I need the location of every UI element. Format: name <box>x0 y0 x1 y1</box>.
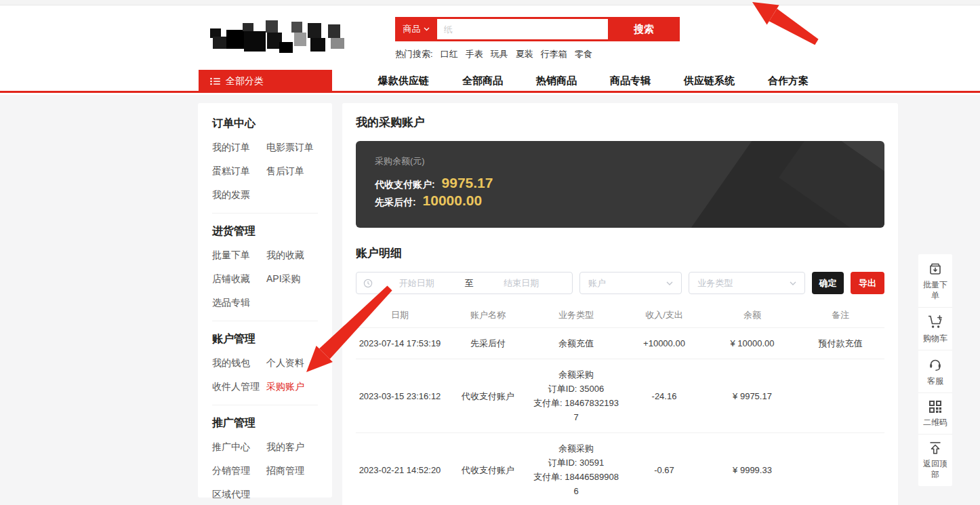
sidebar: 订单中心 我的订单 电影票订单 蛋糕订单 售后订单 我的发票 进货管理 批量下单… <box>198 103 332 498</box>
sidebar-item-distribution[interactable]: 分销管理 <box>212 464 266 477</box>
cell-balance: ¥ 9975.17 <box>708 389 796 403</box>
search-category-dropdown[interactable]: 商品 <box>395 17 437 41</box>
sidebar-item-selection-albums[interactable]: 选品专辑 <box>212 296 266 308</box>
list-icon <box>210 77 220 85</box>
col-header-note: 备注 <box>796 309 884 321</box>
search-button[interactable]: 搜索 <box>608 17 680 41</box>
cell-type-line: 余额采购 <box>532 367 620 382</box>
col-header-account: 账户名称 <box>444 309 532 321</box>
sidebar-item-my-favorites[interactable]: 我的收藏 <box>266 249 321 261</box>
float-cart-button[interactable]: 购物车 <box>918 307 952 350</box>
filter-row: 至 账户 业务类型 确定 导出 <box>356 272 884 294</box>
cell-note: 预付款充值 <box>796 336 884 350</box>
qrcode-icon <box>928 400 942 413</box>
account-detail-table: 日期 账户名称 业务类型 收入/支出 余额 备注 2023-07-14 17:5… <box>356 302 884 505</box>
export-button[interactable]: 导出 <box>851 272 884 294</box>
sidebar-item-batch-order[interactable]: 批量下单 <box>212 249 266 261</box>
search-input[interactable] <box>437 19 608 39</box>
hot-search-term[interactable]: 行李箱 <box>541 48 567 60</box>
nav-item-all-products[interactable]: 全部商品 <box>462 70 503 93</box>
account-detail-title: 账户明细 <box>356 245 884 261</box>
hot-search-term[interactable]: 零食 <box>575 48 592 60</box>
nav-item-cooperation[interactable]: 合作方案 <box>768 70 809 93</box>
main-panel: 我的采购账户 采购余额(元) 代收支付账户: 9975.17 先采后付: 100… <box>342 103 898 505</box>
float-toolbar: 批量下单 购物车 客服 二维码 返回顶部 <box>918 254 952 486</box>
float-back-to-top-label: 返回顶部 <box>922 458 949 480</box>
clock-icon <box>363 279 373 288</box>
date-range-separator: 至 <box>461 277 478 289</box>
nav-item-product-albums[interactable]: 商品专辑 <box>610 70 651 93</box>
sidebar-item-promotion-center[interactable]: 推广中心 <box>212 441 266 453</box>
sidebar-item-regional-agent[interactable]: 区域代理 <box>212 488 266 500</box>
float-qrcode-button[interactable]: 二维码 <box>918 392 952 434</box>
business-type-select[interactable]: 业务类型 <box>689 272 804 294</box>
account-select[interactable]: 账户 <box>579 272 682 294</box>
collection-account-label: 代收支付账户: <box>375 179 435 190</box>
cell-balance: ¥ 10000.00 <box>708 336 796 350</box>
cell-account: 先采后付 <box>444 336 532 350</box>
cell-type-line: 支付单: 18467832193 <box>532 396 620 410</box>
date-range-picker[interactable]: 至 <box>356 272 573 294</box>
cart-icon <box>927 315 943 329</box>
batch-order-icon <box>928 261 943 276</box>
sidebar-item-movie-orders[interactable]: 电影票订单 <box>266 141 321 153</box>
cell-type-line: 支付单: 18446589908 <box>532 470 620 484</box>
float-batch-order-label: 批量下单 <box>922 279 949 301</box>
cell-type-line: 订单ID: 30591 <box>532 456 620 470</box>
cell-date: 2023-02-21 14:52:20 <box>356 463 444 477</box>
sidebar-item-aftersale-orders[interactable]: 售后订单 <box>266 165 321 177</box>
float-qrcode-label: 二维码 <box>922 417 949 428</box>
nav-item-best-sellers[interactable]: 热销商品 <box>536 70 577 93</box>
cell-amount: +10000.00 <box>620 336 708 350</box>
hot-search-term[interactable]: 玩具 <box>491 48 508 60</box>
sidebar-item-api-purchase[interactable]: API采购 <box>266 272 321 285</box>
nav-item-hot-supply-chain[interactable]: 爆款供应链 <box>378 70 429 93</box>
sidebar-item-my-wallet[interactable]: 我的钱包 <box>212 357 266 369</box>
chevron-down-icon <box>666 281 673 285</box>
nav-item-supply-chain-system[interactable]: 供应链系统 <box>684 70 735 93</box>
sidebar-item-shop-favorites[interactable]: 店铺收藏 <box>212 272 266 285</box>
start-date-input[interactable] <box>373 278 461 288</box>
col-header-type: 业务类型 <box>532 309 620 321</box>
hot-search-term[interactable]: 夏装 <box>516 48 533 60</box>
sidebar-item-purchase-account[interactable]: 采购账户 <box>266 380 321 392</box>
table-header-row: 日期 账户名称 业务类型 收入/支出 余额 备注 <box>356 302 884 328</box>
sidebar-item-recipient-management[interactable]: 收件人管理 <box>212 380 266 392</box>
customer-service-icon <box>928 357 943 372</box>
search-category-label: 商品 <box>403 23 421 35</box>
end-date-input[interactable] <box>478 278 566 288</box>
sidebar-divider <box>212 405 318 405</box>
hot-search-term[interactable]: 口红 <box>441 48 458 60</box>
table-row: 2023-03-15 23:16:12 代收支付账户 余额采购 订单ID: 35… <box>356 359 884 433</box>
confirm-button[interactable]: 确定 <box>812 272 844 294</box>
float-back-to-top-button[interactable]: 返回顶部 <box>918 434 952 486</box>
cell-type-line: 余额采购 <box>532 441 620 456</box>
hot-search-term[interactable]: 手表 <box>466 48 483 60</box>
cell-type-line: 余额充值 <box>532 336 620 350</box>
sidebar-item-merchant-management[interactable]: 招商管理 <box>266 464 321 477</box>
sidebar-item-profile[interactable]: 个人资料 <box>266 357 321 369</box>
cell-balance: ¥ 9999.33 <box>708 463 796 477</box>
chevron-down-icon <box>790 281 796 285</box>
business-type-placeholder: 业务类型 <box>697 277 733 289</box>
cell-account: 代收支付账户 <box>444 389 532 403</box>
cell-type-line: 6 <box>532 484 620 498</box>
float-batch-order-button[interactable]: 批量下单 <box>918 254 952 307</box>
sidebar-item-my-invoices[interactable]: 我的发票 <box>212 188 266 201</box>
sidebar-item-cake-orders[interactable]: 蛋糕订单 <box>212 165 266 177</box>
sidebar-item-my-orders[interactable]: 我的订单 <box>212 141 266 153</box>
sidebar-item-my-customers[interactable]: 我的客户 <box>266 441 321 453</box>
cell-type-line: 7 <box>532 410 620 424</box>
chevron-down-icon <box>424 27 430 31</box>
hot-search-label: 热门搜索: <box>395 48 433 60</box>
float-customer-service-button[interactable]: 客服 <box>918 350 952 392</box>
buy-first-pay-later-balance: 10000.00 <box>423 193 483 208</box>
top-strip <box>0 0 980 5</box>
sidebar-section-title-account: 账户管理 <box>212 332 318 346</box>
all-categories-label: 全部分类 <box>226 75 264 87</box>
col-header-amount: 收入/支出 <box>620 309 708 321</box>
sidebar-section-title-promotion: 推广管理 <box>212 416 318 430</box>
cell-amount: -24.16 <box>620 389 708 403</box>
cell-account: 代收支付账户 <box>444 463 532 477</box>
all-categories-button[interactable]: 全部分类 <box>199 70 332 93</box>
